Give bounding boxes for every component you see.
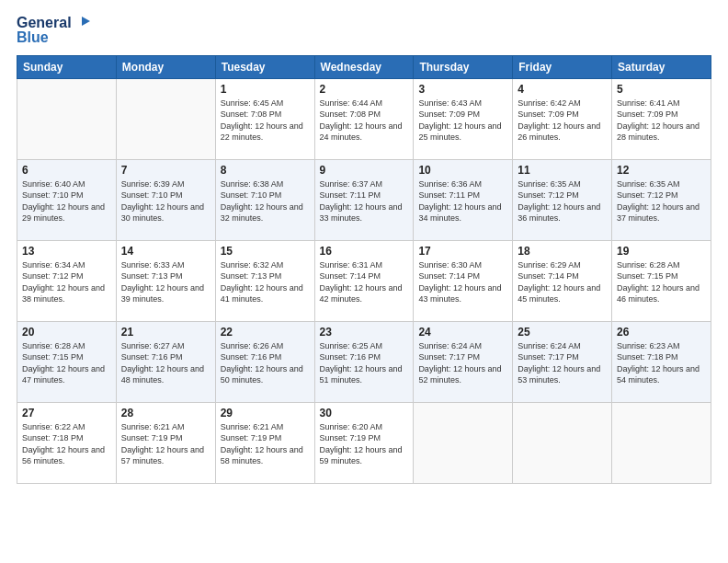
day-info: Sunrise: 6:39 AM Sunset: 7:10 PM Dayligh… [121, 178, 210, 224]
calendar-day-empty [414, 402, 513, 483]
weekday-header-tuesday: Tuesday [215, 55, 314, 78]
day-info: Sunrise: 6:35 AM Sunset: 7:12 PM Dayligh… [518, 178, 607, 224]
calendar-day-14: 14Sunrise: 6:33 AM Sunset: 7:13 PM Dayli… [116, 240, 215, 321]
logo-blue: Blue [17, 29, 90, 46]
day-number: 19 [617, 245, 706, 258]
calendar-day-27: 27Sunrise: 6:22 AM Sunset: 7:18 PM Dayli… [17, 402, 117, 483]
day-info: Sunrise: 6:35 AM Sunset: 7:12 PM Dayligh… [617, 178, 706, 224]
day-info: Sunrise: 6:42 AM Sunset: 7:09 PM Dayligh… [518, 98, 607, 144]
day-info: Sunrise: 6:38 AM Sunset: 7:10 PM Dayligh… [221, 178, 310, 224]
day-info: Sunrise: 6:40 AM Sunset: 7:10 PM Dayligh… [22, 178, 111, 224]
calendar-day-18: 18Sunrise: 6:29 AM Sunset: 7:14 PM Dayli… [513, 240, 612, 321]
day-number: 12 [617, 164, 706, 177]
calendar-day-7: 7Sunrise: 6:39 AM Sunset: 7:10 PM Daylig… [116, 159, 215, 240]
day-number: 27 [22, 407, 111, 419]
calendar-day-3: 3Sunrise: 6:43 AM Sunset: 7:09 PM Daylig… [414, 78, 513, 159]
day-number: 3 [418, 83, 507, 96]
day-number: 23 [320, 326, 409, 339]
day-number: 11 [518, 164, 607, 177]
calendar-day-20: 20Sunrise: 6:28 AM Sunset: 7:15 PM Dayli… [17, 321, 117, 402]
day-info: Sunrise: 6:25 AM Sunset: 7:16 PM Dayligh… [320, 340, 409, 386]
calendar-day-12: 12Sunrise: 6:35 AM Sunset: 7:12 PM Dayli… [612, 159, 711, 240]
day-number: 14 [121, 245, 210, 258]
calendar-day-17: 17Sunrise: 6:30 AM Sunset: 7:14 PM Dayli… [414, 240, 513, 321]
calendar-day-24: 24Sunrise: 6:24 AM Sunset: 7:17 PM Dayli… [414, 321, 513, 402]
calendar-day-13: 13Sunrise: 6:34 AM Sunset: 7:12 PM Dayli… [17, 240, 117, 321]
calendar-day-15: 15Sunrise: 6:32 AM Sunset: 7:13 PM Dayli… [215, 240, 314, 321]
calendar-day-6: 6Sunrise: 6:40 AM Sunset: 7:10 PM Daylig… [17, 159, 117, 240]
day-number: 18 [518, 245, 607, 258]
day-number: 20 [22, 326, 111, 339]
day-info: Sunrise: 6:34 AM Sunset: 7:12 PM Dayligh… [22, 259, 111, 305]
logo: General Blue [17, 15, 90, 46]
calendar-day-9: 9Sunrise: 6:37 AM Sunset: 7:11 PM Daylig… [314, 159, 414, 240]
day-info: Sunrise: 6:28 AM Sunset: 7:15 PM Dayligh… [22, 340, 111, 386]
weekday-header-wednesday: Wednesday [314, 55, 414, 78]
calendar-day-23: 23Sunrise: 6:25 AM Sunset: 7:16 PM Dayli… [314, 321, 414, 402]
day-info: Sunrise: 6:31 AM Sunset: 7:14 PM Dayligh… [320, 259, 409, 305]
weekday-header-saturday: Saturday [612, 55, 711, 78]
day-info: Sunrise: 6:37 AM Sunset: 7:11 PM Dayligh… [320, 178, 409, 224]
calendar-week-row: 1Sunrise: 6:45 AM Sunset: 7:08 PM Daylig… [17, 78, 711, 159]
day-number: 29 [221, 407, 310, 419]
calendar-day-8: 8Sunrise: 6:38 AM Sunset: 7:10 PM Daylig… [215, 159, 314, 240]
calendar-header-row: SundayMondayTuesdayWednesdayThursdayFrid… [17, 55, 711, 78]
day-number: 5 [617, 83, 706, 96]
calendar-day-empty [513, 402, 612, 483]
day-number: 30 [320, 407, 409, 419]
calendar-day-4: 4Sunrise: 6:42 AM Sunset: 7:09 PM Daylig… [513, 78, 612, 159]
day-info: Sunrise: 6:32 AM Sunset: 7:13 PM Dayligh… [221, 259, 310, 305]
calendar-day-21: 21Sunrise: 6:27 AM Sunset: 7:16 PM Dayli… [116, 321, 215, 402]
calendar-day-16: 16Sunrise: 6:31 AM Sunset: 7:14 PM Dayli… [314, 240, 414, 321]
calendar-day-25: 25Sunrise: 6:24 AM Sunset: 7:17 PM Dayli… [513, 321, 612, 402]
day-info: Sunrise: 6:43 AM Sunset: 7:09 PM Dayligh… [418, 98, 507, 144]
svg-marker-0 [82, 17, 90, 26]
calendar-week-row: 6Sunrise: 6:40 AM Sunset: 7:10 PM Daylig… [17, 159, 711, 240]
calendar-week-row: 27Sunrise: 6:22 AM Sunset: 7:18 PM Dayli… [17, 402, 711, 483]
logo-flag-icon [74, 15, 90, 31]
calendar-day-30: 30Sunrise: 6:20 AM Sunset: 7:19 PM Dayli… [314, 402, 414, 483]
day-number: 17 [418, 245, 507, 258]
calendar-day-5: 5Sunrise: 6:41 AM Sunset: 7:09 PM Daylig… [612, 78, 711, 159]
day-info: Sunrise: 6:23 AM Sunset: 7:18 PM Dayligh… [617, 340, 706, 386]
day-number: 10 [418, 164, 507, 177]
day-info: Sunrise: 6:26 AM Sunset: 7:16 PM Dayligh… [221, 340, 310, 386]
day-number: 9 [320, 164, 409, 177]
day-number: 22 [221, 326, 310, 339]
day-number: 15 [221, 245, 310, 258]
day-info: Sunrise: 6:36 AM Sunset: 7:11 PM Dayligh… [418, 178, 507, 224]
day-number: 6 [22, 164, 111, 177]
day-info: Sunrise: 6:44 AM Sunset: 7:08 PM Dayligh… [320, 98, 409, 144]
page-header: General Blue [17, 15, 711, 46]
calendar-day-empty [612, 402, 711, 483]
calendar-day-28: 28Sunrise: 6:21 AM Sunset: 7:19 PM Dayli… [116, 402, 215, 483]
calendar-day-11: 11Sunrise: 6:35 AM Sunset: 7:12 PM Dayli… [513, 159, 612, 240]
day-number: 8 [221, 164, 310, 177]
day-info: Sunrise: 6:24 AM Sunset: 7:17 PM Dayligh… [518, 340, 607, 386]
calendar-day-2: 2Sunrise: 6:44 AM Sunset: 7:08 PM Daylig… [314, 78, 414, 159]
calendar-week-row: 13Sunrise: 6:34 AM Sunset: 7:12 PM Dayli… [17, 240, 711, 321]
day-number: 2 [320, 83, 409, 96]
weekday-header-friday: Friday [513, 55, 612, 78]
calendar-day-10: 10Sunrise: 6:36 AM Sunset: 7:11 PM Dayli… [414, 159, 513, 240]
day-info: Sunrise: 6:27 AM Sunset: 7:16 PM Dayligh… [121, 340, 210, 386]
day-info: Sunrise: 6:29 AM Sunset: 7:14 PM Dayligh… [518, 259, 607, 305]
day-info: Sunrise: 6:28 AM Sunset: 7:15 PM Dayligh… [617, 259, 706, 305]
day-info: Sunrise: 6:21 AM Sunset: 7:19 PM Dayligh… [121, 421, 210, 467]
calendar-day-19: 19Sunrise: 6:28 AM Sunset: 7:15 PM Dayli… [612, 240, 711, 321]
calendar-table: SundayMondayTuesdayWednesdayThursdayFrid… [17, 55, 711, 484]
weekday-header-monday: Monday [116, 55, 215, 78]
logo-text-block: General Blue [17, 15, 90, 46]
day-number: 25 [518, 326, 607, 339]
calendar-day-1: 1Sunrise: 6:45 AM Sunset: 7:08 PM Daylig… [215, 78, 314, 159]
calendar-day-empty [116, 78, 215, 159]
day-info: Sunrise: 6:24 AM Sunset: 7:17 PM Dayligh… [418, 340, 507, 386]
day-number: 13 [22, 245, 111, 258]
day-info: Sunrise: 6:41 AM Sunset: 7:09 PM Dayligh… [617, 98, 706, 144]
calendar-day-29: 29Sunrise: 6:21 AM Sunset: 7:19 PM Dayli… [215, 402, 314, 483]
day-number: 21 [121, 326, 210, 339]
day-number: 4 [518, 83, 607, 96]
day-info: Sunrise: 6:30 AM Sunset: 7:14 PM Dayligh… [418, 259, 507, 305]
day-info: Sunrise: 6:33 AM Sunset: 7:13 PM Dayligh… [121, 259, 210, 305]
day-info: Sunrise: 6:20 AM Sunset: 7:19 PM Dayligh… [320, 421, 409, 467]
